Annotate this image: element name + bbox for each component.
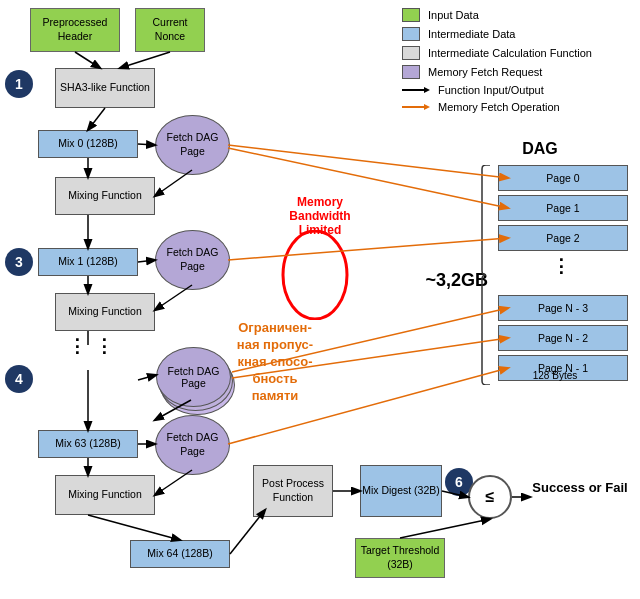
legend-green-box [402, 8, 420, 22]
mix1-box: Mix 1 (128B) [38, 248, 138, 276]
mix0-box: Mix 0 (128B) [38, 130, 138, 158]
dag-title: DAG [450, 140, 630, 158]
svg-line-5 [75, 52, 100, 68]
svg-line-6 [120, 52, 170, 68]
dag-page1: Page 1 [498, 195, 628, 221]
mixing2-box: Mixing Function [55, 293, 155, 331]
dag-page0: Page 0 [498, 165, 628, 191]
legend-black-arrow-container [402, 85, 430, 95]
legend-memory-fetch-op: Memory Fetch Operation [438, 101, 560, 113]
vertical-dots: ⋮ [68, 335, 86, 357]
current-nonce-box: Current Nonce [135, 8, 205, 52]
svg-line-22 [138, 260, 155, 262]
sha3-function-box: SHA3-like Function [55, 68, 155, 108]
compare-box: ≤ [468, 475, 512, 519]
dag-dots: ⋮ [552, 255, 570, 277]
bytes-label: 128 Bytes [490, 370, 620, 381]
legend: Input Data Intermediate Data Intermediat… [402, 8, 632, 118]
legend-intermediate-data: Intermediate Data [428, 28, 515, 40]
dag-page-n3: Page N - 3 [498, 295, 628, 321]
legend-orange-arrow-container [402, 102, 430, 112]
mix63-box: Mix 63 (128B) [38, 430, 138, 458]
fetch-dag1-box: Fetch DAG Page [155, 115, 230, 175]
legend-purple-box [402, 65, 420, 79]
bandwidth-ellipse [280, 230, 350, 320]
mix64-box: Mix 64 (128B) [130, 540, 230, 568]
fetch-dag4-box: Fetch DAG Page [155, 415, 230, 475]
svg-marker-3 [424, 104, 430, 110]
preprocessed-header-box: Preprocessed Header [30, 8, 120, 52]
svg-line-14 [88, 515, 180, 540]
legend-memory-fetch: Memory Fetch Request [428, 66, 542, 78]
legend-input-data: Input Data [428, 9, 479, 21]
dag-page2: Page 2 [498, 225, 628, 251]
dag-brace [480, 165, 492, 385]
vertical-dots2: ⋮ [95, 335, 113, 357]
step-1: 1 [5, 70, 33, 98]
svg-line-7 [88, 108, 105, 130]
step-4: 4 [5, 365, 33, 393]
mixing1-box: Mixing Function [55, 177, 155, 215]
svg-marker-1 [424, 87, 430, 93]
mix-digest-box: Mix Digest (32B) [360, 465, 442, 517]
success-fail-text: Success or Fail [530, 480, 630, 495]
svg-point-4 [283, 231, 347, 319]
mixing3-box: Mixing Function [55, 475, 155, 515]
dag-size-label: ~3,2GB [425, 270, 488, 291]
post-process-box: Post Process Function [253, 465, 333, 517]
legend-orange-arrow-icon [402, 102, 430, 112]
russian-bandwidth-text: Ограничен-ная пропус-кная спосо-бностьпа… [210, 320, 340, 404]
fetch-dag2-box: Fetch DAG Page [155, 230, 230, 290]
svg-line-24 [138, 375, 156, 380]
step-3: 3 [5, 248, 33, 276]
svg-line-30 [228, 238, 508, 260]
target-threshold-box: Target Threshold (32B) [355, 538, 445, 578]
legend-gray-box [402, 46, 420, 60]
legend-calc-function: Intermediate Calculation Function [428, 47, 592, 59]
legend-blue-box [402, 27, 420, 41]
svg-line-18 [400, 519, 490, 538]
svg-line-20 [138, 144, 155, 145]
dag-page-n2: Page N - 2 [498, 325, 628, 351]
legend-function-io: Function Input/Output [438, 84, 544, 96]
legend-black-arrow-icon [402, 85, 430, 95]
